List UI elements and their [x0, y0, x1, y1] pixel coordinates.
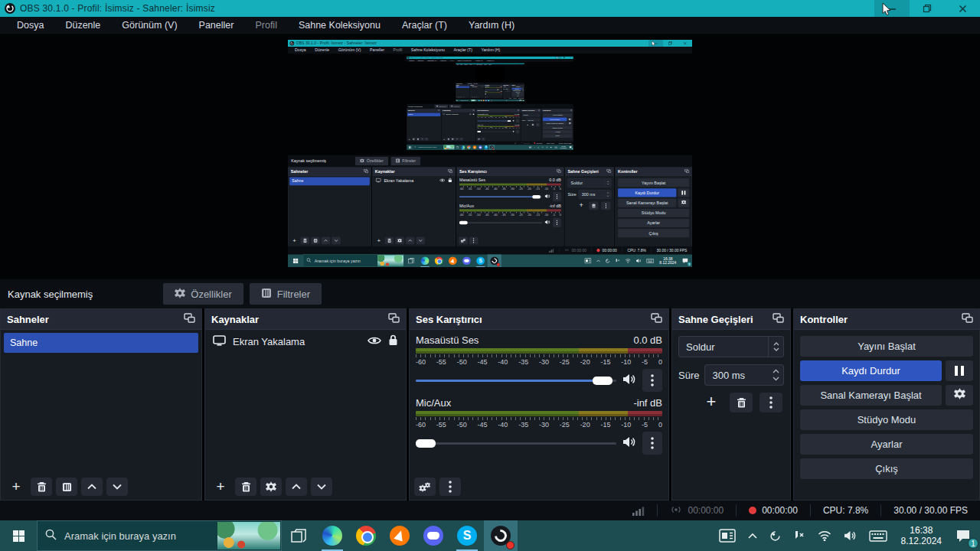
add-transition-button[interactable]: + — [700, 393, 723, 412]
search-highlight-image[interactable] — [217, 522, 280, 549]
transition-menu-button[interactable] — [760, 393, 782, 412]
taskbar-icon-chrome[interactable] — [349, 520, 383, 551]
start-button[interactable] — [0, 520, 37, 551]
advanced-audio-button[interactable] — [414, 478, 436, 496]
controls-panel-header[interactable]: Kontroller — [794, 309, 979, 330]
speaker-icon[interactable] — [622, 436, 636, 451]
exit-button[interactable]: Çıkış — [800, 458, 973, 479]
dock-icon[interactable] — [651, 312, 662, 326]
source-properties-button[interactable] — [260, 478, 282, 496]
taskbar-search[interactable]: Aramak için buraya yazın — [37, 520, 282, 551]
source-up-button[interactable] — [286, 478, 307, 496]
keyboard-icon[interactable] — [864, 520, 892, 551]
pause-icon — [955, 366, 964, 376]
taskbar-icon-avast[interactable] — [383, 520, 416, 551]
menu-paneller[interactable]: Paneller — [188, 17, 245, 34]
menu-araclar[interactable]: Araçlar (T) — [391, 17, 458, 34]
scene-up-button[interactable] — [81, 478, 103, 496]
transition-selected-value: Soldur — [679, 341, 768, 353]
lock-icon[interactable] — [388, 334, 398, 348]
visibility-eye-icon[interactable] — [368, 336, 381, 347]
discord-icon — [423, 526, 443, 546]
taskbar-icon-obs[interactable] — [484, 520, 518, 551]
properties-button[interactable]: Özellikler — [163, 283, 243, 305]
settings-button[interactable]: Ayarlar — [800, 434, 973, 455]
volume-meter — [416, 411, 662, 416]
mixer-panel-header[interactable]: Ses Karıştırıcı — [410, 309, 668, 330]
channel-menu-button[interactable] — [642, 432, 662, 455]
stop-recording-button[interactable]: Kaydı Durdur — [800, 360, 942, 381]
speaker-icon[interactable] — [622, 373, 636, 388]
dock-icon[interactable] — [773, 312, 784, 326]
meter-tick-labels: -60-55-50-45-40-35-30-25-20-15-10-50 — [416, 358, 662, 366]
skype-icon: S — [457, 526, 477, 546]
menu-dosya[interactable]: Dosya — [6, 17, 54, 34]
taskbar-clock[interactable]: 16:38 8.12.2024 — [895, 525, 948, 546]
sources-list[interactable]: Ekran Yakalama — [205, 330, 406, 474]
volume-slider[interactable] — [416, 438, 616, 448]
properties-label: Özellikler — [191, 289, 231, 300]
spin-arrows[interactable] — [768, 365, 783, 385]
sources-panel-header[interactable]: Kaynaklar — [205, 309, 406, 330]
menu-gorunum[interactable]: Görünüm (V) — [111, 17, 188, 34]
studio-mode-button[interactable]: Stüdyo Modu — [800, 409, 973, 430]
obs-tray-icon[interactable] — [765, 520, 786, 551]
remove-source-button[interactable] — [235, 478, 256, 496]
transitions-panel-header[interactable]: Sahne Geçişleri — [672, 309, 790, 330]
duration-spinbox[interactable]: 300 ms — [704, 364, 784, 386]
volume-icon[interactable] — [839, 520, 861, 551]
dock-icon[interactable] — [184, 312, 195, 326]
tick-label: -45 — [477, 358, 487, 366]
scenes-panel-header[interactable]: Sahneler — [1, 309, 201, 330]
scenes-list[interactable]: Sahne — [1, 330, 201, 474]
windows-logo-icon — [13, 530, 24, 542]
channel-menu-button[interactable] — [642, 369, 662, 392]
source-list-item[interactable]: Ekran Yakalama — [205, 330, 406, 353]
desktop: OBS 30.1.0 - Profil: İsimsiz - Sahneler:… — [407, 56, 573, 150]
mixer-menu-button[interactable] — [439, 478, 461, 496]
tick-label: -15 — [600, 421, 610, 429]
action-center-button[interactable]: 1 — [951, 520, 975, 551]
remove-scene-button[interactable] — [31, 478, 52, 496]
preview-area[interactable]: OBS 30.1.0 - Profil: İsimsiz - Sahneler:… — [0, 34, 980, 279]
menu-duzenle[interactable]: Düzenle — [54, 17, 111, 34]
scene-list-item[interactable]: Sahne — [4, 333, 198, 353]
dock-icon[interactable] — [388, 312, 400, 326]
scene-filters-button[interactable] — [56, 478, 77, 496]
taskbar-icon-skype[interactable]: S — [450, 520, 484, 551]
virtual-camera-config-button[interactable] — [946, 385, 973, 406]
remove-transition-button[interactable] — [730, 393, 753, 412]
hidden-icons-chevron[interactable] — [743, 520, 762, 551]
start-virtual-camera-button[interactable]: Sanal Kamerayı Başlat — [800, 385, 942, 406]
minimize-button[interactable] — [874, 0, 910, 17]
filters-button[interactable]: Filtreler — [250, 283, 322, 305]
tick-label: -30 — [539, 358, 549, 366]
menu-sahne-koleksiyonu[interactable]: Sahne Koleksiyonu — [288, 17, 391, 34]
menu-yardim[interactable]: Yardım (H) — [458, 17, 525, 34]
add-source-button[interactable]: + — [210, 478, 231, 496]
taskbar-icon-edge[interactable] — [315, 520, 349, 551]
scene-down-button[interactable] — [106, 478, 128, 496]
menu-profil[interactable]: Profil — [244, 17, 287, 34]
taskbar-icon-discord[interactable] — [416, 520, 450, 551]
volume-slider-handle[interactable] — [593, 377, 612, 385]
source-down-button[interactable] — [311, 478, 332, 496]
transitions-toolbar: + — [678, 393, 784, 412]
close-button[interactable] — [945, 0, 980, 17]
dock-icon[interactable] — [962, 312, 973, 326]
restore-button[interactable] — [910, 0, 945, 17]
pause-recording-button[interactable] — [946, 360, 973, 381]
volume-slider-handle[interactable] — [416, 439, 436, 448]
transition-select[interactable]: Soldur — [678, 336, 784, 357]
wifi-icon[interactable] — [813, 520, 836, 551]
task-view-button[interactable] — [282, 520, 315, 551]
volume-meter — [416, 348, 662, 354]
display-capture-icon — [213, 335, 226, 348]
widgets-news-icon[interactable] — [714, 520, 740, 551]
volume-slider[interactable] — [416, 375, 616, 386]
add-scene-button[interactable]: + — [5, 478, 27, 496]
start-streaming-button[interactable]: Yayını Başlat — [800, 336, 973, 357]
location-pen-icon[interactable] — [789, 520, 810, 551]
title-bar[interactable]: OBS 30.1.0 - Profil: İsimsiz - Sahneler:… — [0, 0, 980, 17]
desktop: OBS 30.1.0 - Profil: İsimsiz - Sahneler:… — [0, 0, 980, 551]
